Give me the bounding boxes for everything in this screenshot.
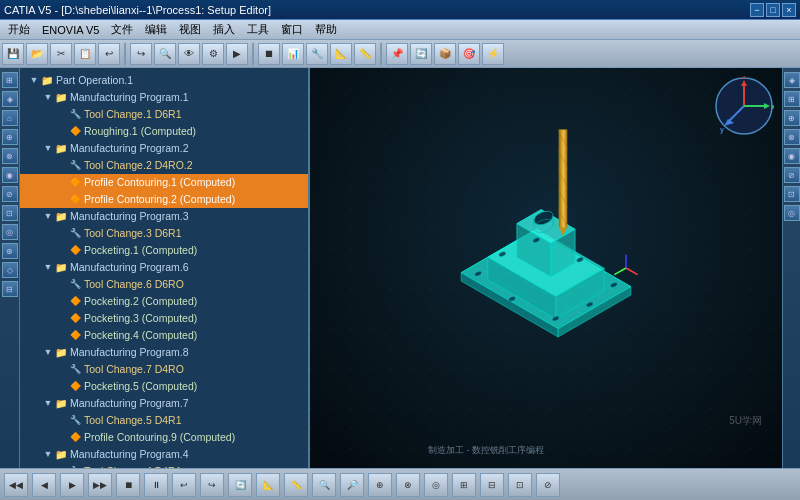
close-button[interactable]: × bbox=[782, 3, 796, 17]
tree-expand-mfg8[interactable]: ▼ bbox=[42, 347, 54, 359]
tree-expand-mfg6[interactable]: ▼ bbox=[42, 262, 54, 274]
left-sidebar-icon-2[interactable]: ⌂ bbox=[2, 110, 18, 126]
status-btn-6[interactable]: ↩ bbox=[172, 473, 196, 497]
right-sidebar-icon-0[interactable]: ◈ bbox=[784, 72, 800, 88]
toolbar-btn-4[interactable]: ↩ bbox=[98, 43, 120, 65]
tree-node-prof9[interactable]: 🔶Profile Contouring.9 (Computed) bbox=[20, 429, 308, 446]
tree-expand-rough1[interactable] bbox=[56, 126, 68, 138]
status-btn-12[interactable]: 🔎 bbox=[340, 473, 364, 497]
left-sidebar-icon-0[interactable]: ⊞ bbox=[2, 72, 18, 88]
menu-item-帮助[interactable]: 帮助 bbox=[309, 20, 343, 39]
menu-item-开始[interactable]: 开始 bbox=[2, 20, 36, 39]
status-btn-15[interactable]: ◎ bbox=[424, 473, 448, 497]
menu-item-插入[interactable]: 插入 bbox=[207, 20, 241, 39]
tree-expand-prof9[interactable] bbox=[56, 432, 68, 444]
tree-expand-tc6[interactable] bbox=[56, 279, 68, 291]
menu-item-视图[interactable]: 视图 bbox=[173, 20, 207, 39]
tree-node-part-op[interactable]: ▼📁Part Operation.1 bbox=[20, 72, 308, 89]
tree-node-tc4[interactable]: 🔧Tool Change.4 D4R1 bbox=[20, 463, 308, 468]
toolbar-btn-17[interactable]: 📦 bbox=[434, 43, 456, 65]
tree-expand-pock4[interactable] bbox=[56, 330, 68, 342]
status-btn-19[interactable]: ⊘ bbox=[536, 473, 560, 497]
tree-node-tc7[interactable]: 🔧Tool Change.7 D4RO bbox=[20, 361, 308, 378]
tree-node-tc5[interactable]: 🔧Tool Change.5 D4R1 bbox=[20, 412, 308, 429]
left-sidebar-icon-9[interactable]: ⊛ bbox=[2, 243, 18, 259]
tree-expand-prof2[interactable] bbox=[56, 194, 68, 206]
tree-node-tc6[interactable]: 🔧Tool Change.6 D6RO bbox=[20, 276, 308, 293]
status-btn-3[interactable]: ▶▶ bbox=[88, 473, 112, 497]
right-sidebar-icon-7[interactable]: ◎ bbox=[784, 205, 800, 221]
tree-expand-mfg7[interactable]: ▼ bbox=[42, 398, 54, 410]
status-btn-9[interactable]: 📐 bbox=[256, 473, 280, 497]
status-btn-1[interactable]: ◀ bbox=[32, 473, 56, 497]
tree-node-pock1[interactable]: 🔶Pocketing.1 (Computed) bbox=[20, 242, 308, 259]
menu-item-文件[interactable]: 文件 bbox=[105, 20, 139, 39]
menu-item-编辑[interactable]: 编辑 bbox=[139, 20, 173, 39]
tree-node-mfg6[interactable]: ▼📁Manufacturing Program.6 bbox=[20, 259, 308, 276]
status-btn-7[interactable]: ↪ bbox=[200, 473, 224, 497]
left-sidebar-icon-7[interactable]: ⊡ bbox=[2, 205, 18, 221]
right-sidebar-icon-1[interactable]: ⊞ bbox=[784, 91, 800, 107]
tree-expand-mfg1[interactable]: ▼ bbox=[42, 92, 54, 104]
tree-expand-pock5[interactable] bbox=[56, 381, 68, 393]
tree-node-mfg7[interactable]: ▼📁Manufacturing Program.7 bbox=[20, 395, 308, 412]
tree-node-tc1[interactable]: 🔧Tool Change.1 D6R1 bbox=[20, 106, 308, 123]
menu-item-ENOVIA V5[interactable]: ENOVIA V5 bbox=[36, 22, 105, 38]
toolbar-btn-6[interactable]: 🔍 bbox=[154, 43, 176, 65]
toolbar-btn-18[interactable]: 🎯 bbox=[458, 43, 480, 65]
tree-node-rough1[interactable]: 🔶Roughing.1 (Computed) bbox=[20, 123, 308, 140]
menu-item-窗口[interactable]: 窗口 bbox=[275, 20, 309, 39]
status-btn-0[interactable]: ◀◀ bbox=[4, 473, 28, 497]
minimize-button[interactable]: − bbox=[750, 3, 764, 17]
tree-node-mfg3[interactable]: ▼📁Manufacturing Program.3 bbox=[20, 208, 308, 225]
right-sidebar-icon-5[interactable]: ⊘ bbox=[784, 167, 800, 183]
toolbar-btn-1[interactable]: 📂 bbox=[26, 43, 48, 65]
left-sidebar-icon-11[interactable]: ⊟ bbox=[2, 281, 18, 297]
left-sidebar-icon-3[interactable]: ⊕ bbox=[2, 129, 18, 145]
status-btn-14[interactable]: ⊗ bbox=[396, 473, 420, 497]
tree-node-pock5[interactable]: 🔶Pocketing.5 (Computed) bbox=[20, 378, 308, 395]
status-btn-11[interactable]: 🔍 bbox=[312, 473, 336, 497]
tree-node-mfg2[interactable]: ▼📁Manufacturing Program.2 bbox=[20, 140, 308, 157]
tree-node-tc3[interactable]: 🔧Tool Change.3 D6R1 bbox=[20, 225, 308, 242]
toolbar-btn-13[interactable]: 📐 bbox=[330, 43, 352, 65]
toolbar-btn-5[interactable]: ↪ bbox=[130, 43, 152, 65]
right-sidebar-icon-3[interactable]: ⊗ bbox=[784, 129, 800, 145]
right-sidebar-icon-6[interactable]: ⊡ bbox=[784, 186, 800, 202]
right-sidebar-icon-2[interactable]: ⊕ bbox=[784, 110, 800, 126]
tree-expand-tc4[interactable] bbox=[56, 466, 68, 469]
status-btn-17[interactable]: ⊟ bbox=[480, 473, 504, 497]
tree-node-mfg1[interactable]: ▼📁Manufacturing Program.1 bbox=[20, 89, 308, 106]
toolbar-btn-2[interactable]: ✂ bbox=[50, 43, 72, 65]
tree-expand-pock3[interactable] bbox=[56, 313, 68, 325]
status-btn-2[interactable]: ▶ bbox=[60, 473, 84, 497]
left-sidebar-icon-1[interactable]: ◈ bbox=[2, 91, 18, 107]
tree-node-mfg4[interactable]: ▼📁Manufacturing Program.4 bbox=[20, 446, 308, 463]
tree-node-pock3[interactable]: 🔶Pocketing.3 (Computed) bbox=[20, 310, 308, 327]
tree-expand-mfg3[interactable]: ▼ bbox=[42, 211, 54, 223]
status-btn-10[interactable]: 📏 bbox=[284, 473, 308, 497]
left-sidebar-icon-8[interactable]: ◎ bbox=[2, 224, 18, 240]
toolbar-btn-7[interactable]: 👁 bbox=[178, 43, 200, 65]
tree-node-prof1[interactable]: 🔶Profile Contouring.1 (Computed) bbox=[20, 174, 308, 191]
status-btn-16[interactable]: ⊞ bbox=[452, 473, 476, 497]
tree-expand-tc5[interactable] bbox=[56, 415, 68, 427]
tree-expand-tc1[interactable] bbox=[56, 109, 68, 121]
toolbar-btn-19[interactable]: ⚡ bbox=[482, 43, 504, 65]
toolbar-btn-16[interactable]: 🔄 bbox=[410, 43, 432, 65]
status-btn-5[interactable]: ⏸ bbox=[144, 473, 168, 497]
status-btn-4[interactable]: ⏹ bbox=[116, 473, 140, 497]
maximize-button[interactable]: □ bbox=[766, 3, 780, 17]
tree-node-pock2[interactable]: 🔶Pocketing.2 (Computed) bbox=[20, 293, 308, 310]
tree-node-mfg8[interactable]: ▼📁Manufacturing Program.8 bbox=[20, 344, 308, 361]
viewport-3d[interactable]: z x y 5U学网 bbox=[310, 68, 782, 468]
tree-expand-pock1[interactable] bbox=[56, 245, 68, 257]
toolbar-btn-8[interactable]: ⚙ bbox=[202, 43, 224, 65]
tree-expand-tc2[interactable] bbox=[56, 160, 68, 172]
toolbar-btn-15[interactable]: 📌 bbox=[386, 43, 408, 65]
toolbar-btn-3[interactable]: 📋 bbox=[74, 43, 96, 65]
tree-expand-tc7[interactable] bbox=[56, 364, 68, 376]
toolbar-btn-11[interactable]: 📊 bbox=[282, 43, 304, 65]
left-sidebar-icon-10[interactable]: ◇ bbox=[2, 262, 18, 278]
status-btn-13[interactable]: ⊕ bbox=[368, 473, 392, 497]
